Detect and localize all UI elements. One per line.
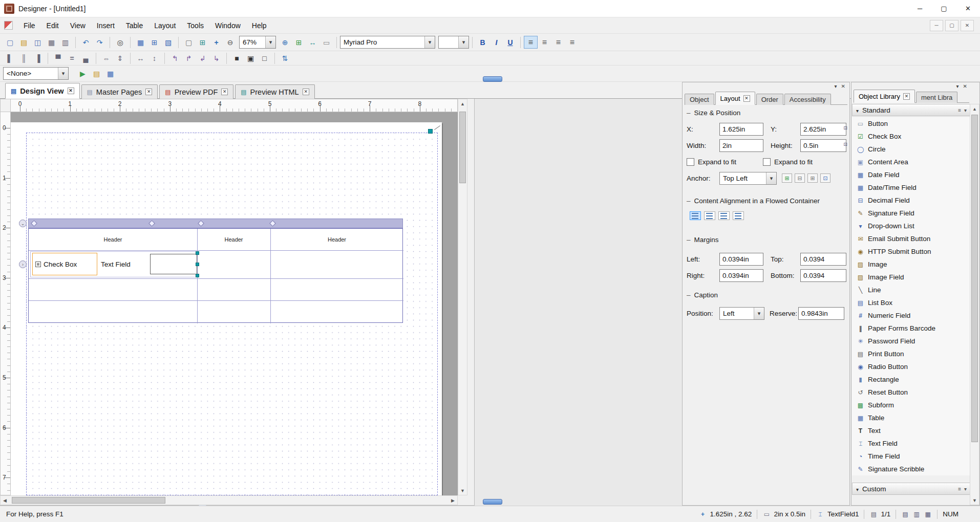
- library-item[interactable]: Numeric Field: [852, 309, 971, 322]
- collapse-handle-bottom[interactable]: [483, 499, 502, 505]
- close-button[interactable]: ✕: [956, 0, 980, 17]
- library-item[interactable]: Radio Button: [852, 360, 971, 373]
- width-input[interactable]: 2in: [719, 139, 763, 152]
- make-same-height-button[interactable]: [147, 52, 161, 64]
- menu-item[interactable]: Help: [246, 19, 272, 32]
- mdi-close-button[interactable]: ✕: [961, 20, 974, 31]
- margin-top-input[interactable]: 0.0394: [800, 253, 846, 266]
- redo-button[interactable]: [93, 36, 106, 49]
- align-bottom-edges-button[interactable]: [79, 52, 93, 64]
- tab-close-icon[interactable]: [68, 88, 74, 94]
- new-button[interactable]: [3, 36, 17, 49]
- y-input[interactable]: 2.625in: [800, 123, 846, 136]
- canvas-viewport[interactable]: HeaderHeaderHeader Check Box: [11, 112, 458, 495]
- library-item[interactable]: Print Button: [852, 347, 971, 360]
- bold-button[interactable]: [476, 36, 489, 49]
- style-select[interactable]: <None>: [3, 67, 69, 80]
- find-button[interactable]: [113, 36, 127, 49]
- table-header-cell[interactable]: Header: [29, 229, 197, 250]
- custom-section-header[interactable]: Custom ≡▾: [852, 483, 971, 495]
- flip-vertical-icon[interactable]: [807, 173, 818, 183]
- menu-item[interactable]: Tools: [181, 19, 209, 32]
- send-backward-button[interactable]: [209, 52, 223, 64]
- content-area-handle[interactable]: [428, 129, 433, 134]
- column-drag-handle[interactable]: [31, 220, 37, 227]
- anchor-grid-icon[interactable]: [820, 173, 830, 183]
- library-item[interactable]: Image Field: [852, 271, 971, 284]
- tab-close-icon[interactable]: [903, 93, 910, 100]
- library-item[interactable]: Check Box: [852, 130, 971, 143]
- expand-to-fit-height-checkbox[interactable]: [763, 158, 771, 166]
- margin-left-input[interactable]: 0.0394in: [719, 253, 763, 266]
- mdi-minimize-button[interactable]: ─: [930, 20, 943, 31]
- design-page[interactable]: HeaderHeaderHeader Check Box: [11, 122, 442, 495]
- open-button[interactable]: [17, 36, 31, 49]
- zoom-out-button[interactable]: [223, 36, 237, 49]
- library-item[interactable]: Subform: [852, 399, 971, 411]
- pan-tool-button[interactable]: [209, 36, 223, 49]
- panel-close-icon[interactable]: [963, 83, 967, 89]
- design-table[interactable]: HeaderHeaderHeader Check Box: [28, 219, 403, 323]
- section-collapse-icon[interactable]: [856, 106, 859, 114]
- palette-tab[interactable]: Object: [685, 94, 714, 105]
- zoom-select[interactable]: 67%: [239, 36, 276, 49]
- rotate-object-icon[interactable]: [782, 173, 792, 183]
- menu-item[interactable]: File: [18, 19, 41, 32]
- x-input[interactable]: 1.625in: [719, 123, 763, 136]
- section-menu-icon[interactable]: ▾: [964, 486, 967, 492]
- library-item[interactable]: Circle: [852, 143, 971, 156]
- mdi-restore-button[interactable]: ▢: [945, 20, 958, 31]
- ungroup-button[interactable]: [244, 52, 258, 64]
- scrollbar-thumb[interactable]: [12, 497, 165, 504]
- restore-button[interactable]: ▢: [932, 0, 956, 17]
- margin-bottom-input[interactable]: 0.0394: [800, 269, 846, 282]
- scroll-up-icon[interactable]: [970, 104, 979, 113]
- align-right-edges-button[interactable]: [31, 52, 45, 64]
- distribute-vertical-button[interactable]: [113, 52, 127, 64]
- scroll-left-icon[interactable]: [1, 496, 9, 505]
- library-item[interactable]: Table: [852, 411, 971, 424]
- library-item[interactable]: Email Submit Button: [852, 232, 971, 245]
- table-layout-button[interactable]: [161, 36, 175, 49]
- save-button[interactable]: [31, 36, 45, 49]
- menu-item[interactable]: Window: [209, 19, 246, 32]
- font-family-select[interactable]: Myriad Pro: [340, 36, 435, 49]
- library-item[interactable]: Content Area: [852, 156, 971, 168]
- library-tab[interactable]: Object Library: [854, 90, 915, 103]
- palette-tab[interactable]: Order: [756, 94, 783, 105]
- selection-handle[interactable]: [196, 274, 199, 277]
- tab-close-icon[interactable]: [303, 89, 309, 95]
- table-body[interactable]: HeaderHeaderHeader Check Box: [28, 228, 403, 323]
- distribute-horizontal-button[interactable]: [99, 52, 113, 64]
- library-item[interactable]: Image: [852, 258, 971, 271]
- column-drag-handle[interactable]: [148, 220, 155, 227]
- menu-item[interactable]: Layout: [148, 19, 181, 32]
- library-item[interactable]: Date Field: [852, 168, 971, 181]
- selection-handle[interactable]: [196, 251, 199, 255]
- content-align-top-icon[interactable]: [690, 211, 701, 220]
- status-mini-icon[interactable]: [901, 511, 909, 518]
- palette-tab[interactable]: Layout: [715, 92, 755, 105]
- tab-close-icon[interactable]: [743, 95, 750, 102]
- print-button[interactable]: [45, 36, 58, 49]
- lock-size-icon[interactable]: ⊡: [842, 142, 848, 147]
- tab-close-icon[interactable]: [145, 89, 152, 95]
- content-align-justify-icon[interactable]: [733, 211, 744, 220]
- section-menu-icon[interactable]: ▾: [964, 107, 967, 113]
- expand-to-fit-width-checkbox[interactable]: [687, 158, 694, 166]
- library-item[interactable]: Paper Forms Barcode: [852, 322, 971, 335]
- library-item[interactable]: Drop-down List: [852, 220, 971, 232]
- lock-ratio-icon[interactable]: ⊡: [842, 125, 848, 130]
- library-item[interactable]: Password Field: [852, 335, 971, 347]
- content-align-middle-icon[interactable]: [704, 211, 715, 220]
- library-item[interactable]: Date/Time Field: [852, 181, 971, 194]
- undo-button[interactable]: [79, 36, 93, 49]
- library-item[interactable]: Reset Button: [852, 386, 971, 399]
- italic-button[interactable]: [489, 36, 503, 49]
- make-same-width-button[interactable]: [134, 52, 147, 64]
- menu-item[interactable]: Insert: [91, 19, 120, 32]
- align-vertical-centers-button[interactable]: [65, 52, 79, 64]
- align-justify-button[interactable]: [565, 36, 579, 49]
- section-view-icon[interactable]: ≡: [958, 107, 961, 113]
- insert-table-rows-button[interactable]: [147, 36, 161, 49]
